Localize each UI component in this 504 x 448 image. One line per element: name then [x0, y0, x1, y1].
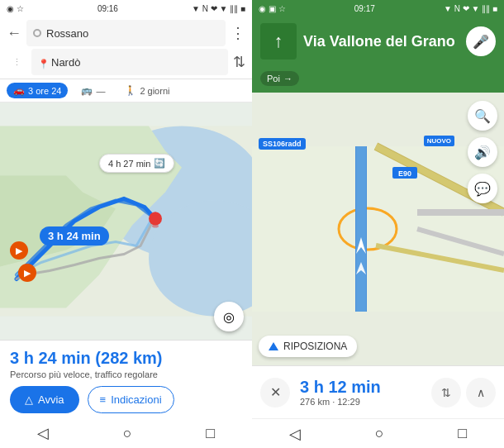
search-button-right[interactable]: 🔍	[468, 101, 497, 131]
indicazioni-button[interactable]: ≡ Indicazioni	[88, 386, 174, 413]
origin-input[interactable]: Rossano	[26, 20, 226, 46]
map-area-right: E90 SS106radd NUOVO 🔍 🔊 💬 RIPOSI	[252, 93, 504, 365]
route-description: Percorso più veloce, traffico regolare	[10, 369, 242, 379]
expand-button[interactable]: ∧	[466, 378, 496, 407]
orange-marker-2: ▶	[18, 264, 36, 282]
right-controls: 🔍 🔊 💬	[468, 101, 497, 203]
indicazioni-label: Indicazioni	[111, 393, 161, 406]
avvia-button[interactable]: △ Avvia	[10, 386, 79, 413]
status-right-signal: ▼ N ❤ ▼ ∥∥ ■	[444, 4, 497, 13]
back-nav-right-icon[interactable]: ◁	[289, 425, 301, 443]
ss106-badge: SS106radd	[259, 138, 306, 150]
route-options-button[interactable]: ⇅	[431, 378, 461, 407]
poi-strip: Poi →	[252, 68, 504, 93]
status-right-icons: ◉ ▣ ☆	[259, 4, 286, 13]
status-bar-right: ◉ ▣ ☆ 09:17 ▼ N ❤ ▼ ∥∥ ■	[252, 0, 504, 17]
route-time: 3 h 24 min (282 km)	[10, 349, 242, 368]
map-background-right: E90 SS106radd NUOVO 🔍 🔊 💬 RIPOSI	[252, 93, 504, 365]
indicazioni-list-icon: ≡	[100, 393, 107, 406]
status-left-icons: ◉ ☆	[7, 4, 24, 13]
search-row-dest: ⋮ Nardò ⇅	[7, 49, 245, 75]
main-route-bubble: 3 h 24 min	[40, 226, 109, 245]
nav-time-sub: 276 km · 12:29	[300, 397, 426, 407]
location-button[interactable]: ◎	[214, 302, 244, 331]
location-icon: ◎	[223, 309, 235, 325]
nav-bar-right: ◁ ○ □	[252, 418, 504, 448]
tab-car[interactable]: 🚗 3 ore 24	[7, 83, 68, 98]
nav-bar-left: ◁ ○ □	[0, 418, 252, 448]
recents-nav-icon[interactable]: □	[206, 425, 215, 442]
alt-route-bubble: 4 h 27 min 🔄	[99, 154, 174, 173]
tab-walk[interactable]: 🚶 2 giorni	[118, 83, 176, 98]
nav-bottom: ✕ 3 h 12 min 276 km · 12:29 ⇅ ∧	[252, 365, 504, 418]
back-button[interactable]: ←	[7, 25, 21, 42]
search-icon-right: 🔍	[474, 108, 491, 124]
home-nav-icon[interactable]: ○	[123, 425, 132, 442]
back-nav-icon[interactable]: ◁	[37, 424, 49, 442]
route-swap-icon: ⇅	[441, 386, 451, 399]
svg-rect-8	[356, 146, 366, 312]
poi-arrow-icon: →	[283, 74, 292, 83]
nuovo-badge: NUOVO	[424, 136, 454, 146]
chat-button[interactable]: 💬	[468, 174, 497, 203]
status-left-signal: ▼ N ❤ ▼ ∥∥ ■	[192, 4, 245, 13]
expand-icon: ∧	[477, 386, 485, 399]
sound-icon: 🔊	[474, 145, 491, 160]
svg-text:E90: E90	[398, 169, 411, 178]
nav-time-info: 3 h 12 min 276 km · 12:29	[295, 378, 426, 407]
origin-text: Rossano	[46, 27, 88, 40]
avvia-label: Avvia	[38, 393, 64, 406]
right-panel: ◉ ▣ ☆ 09:17 ▼ N ❤ ▼ ∥∥ ■ ↑ Via Vallone d…	[252, 0, 504, 448]
reposition-label: RIPOSIZIONA	[283, 341, 347, 352]
status-bar-left: ◉ ☆ 09:16 ▼ N ❤ ▼ ∥∥ ■	[0, 0, 252, 17]
recents-nav-right-icon[interactable]: □	[458, 425, 467, 442]
chat-icon: 💬	[474, 181, 491, 197]
car-icon: 🚗	[13, 85, 25, 96]
nav-map-svg: E90	[252, 93, 504, 365]
alt-route-icon: 🔄	[154, 158, 165, 169]
turn-up-arrow-icon: ↑	[274, 31, 283, 52]
poi-button[interactable]: Poi →	[260, 71, 299, 86]
orange-marker-1: ▶	[10, 241, 28, 260]
map-background-left: ▶ ▶ 3 h 24 min 4 h 27 min 🔄 ◎	[0, 102, 252, 340]
destination-text: Nardò	[51, 56, 80, 69]
car-time: 3 ore 24	[28, 86, 61, 96]
map-area-left: ▶ ▶ 3 h 24 min 4 h 27 min 🔄 ◎	[0, 102, 252, 340]
reposition-triangle-icon	[269, 342, 278, 350]
walk-time: 2 giorni	[140, 86, 169, 96]
home-nav-right-icon[interactable]: ○	[375, 425, 384, 442]
tab-transit[interactable]: 🚌 —	[74, 83, 112, 98]
swap-button[interactable]: ⇅	[233, 53, 245, 71]
left-panel: ◉ ☆ 09:16 ▼ N ❤ ▼ ∥∥ ■ ← Rossano ⋮ ⋮ Nar…	[0, 0, 252, 448]
avvia-nav-icon: △	[25, 393, 33, 406]
walk-icon: 🚶	[125, 85, 136, 96]
map-svg-left	[0, 102, 252, 340]
route-connector-icon: ⋮	[7, 57, 26, 68]
street-name: Via Vallone del Grano	[303, 33, 459, 50]
mic-icon: 🎤	[473, 34, 489, 50]
menu-dots-button[interactable]: ⋮	[231, 24, 245, 42]
nav-side-buttons: ⇅ ∧	[431, 378, 496, 407]
transit-icon: 🚌	[81, 85, 93, 96]
mic-button[interactable]: 🎤	[466, 26, 496, 56]
turn-arrow-box: ↑	[260, 23, 297, 60]
bottom-info: 3 h 24 min (282 km) Percorso più veloce,…	[0, 340, 252, 418]
sound-button[interactable]: 🔊	[468, 137, 497, 167]
poi-label-text: Poi	[267, 74, 280, 83]
close-icon: ✕	[270, 384, 281, 400]
nav-header: ↑ Via Vallone del Grano 🎤	[252, 17, 504, 68]
search-row-origin: ← Rossano ⋮	[7, 20, 245, 46]
main-route-time: 3 h 24 min	[48, 230, 101, 242]
reposition-button[interactable]: RIPOSIZIONA	[259, 336, 357, 357]
marker-arrow-icon: ▶	[16, 245, 22, 256]
destination-input[interactable]: Nardò	[31, 49, 228, 75]
svg-point-4	[152, 225, 159, 228]
close-nav-button[interactable]: ✕	[260, 378, 290, 407]
alt-route-time: 4 h 27 min	[108, 159, 150, 169]
nav-time-main: 3 h 12 min	[300, 378, 426, 397]
transport-tabs: 🚗 3 ore 24 🚌 — 🚶 2 giorni	[0, 79, 252, 102]
status-right-time: 09:17	[354, 4, 375, 13]
transit-time: —	[96, 86, 105, 96]
marker-arrow-2-icon: ▶	[24, 268, 31, 279]
destination-pin-icon	[38, 57, 46, 67]
